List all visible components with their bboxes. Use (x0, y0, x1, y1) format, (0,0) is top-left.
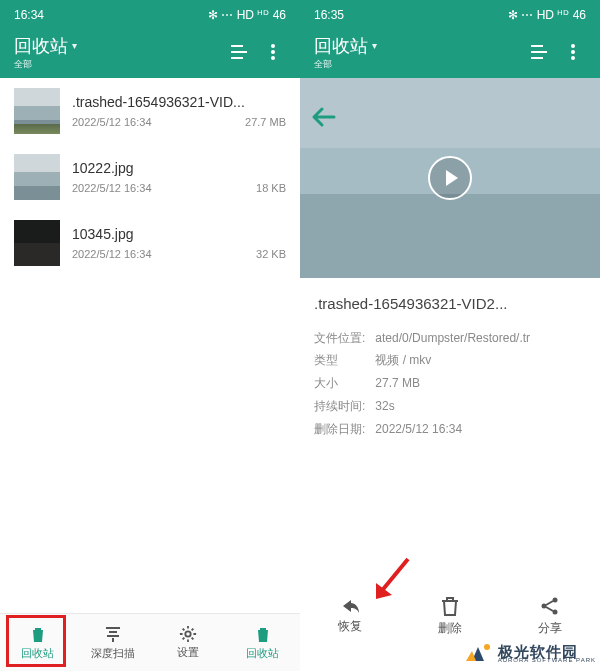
chevron-down-icon[interactable]: ▾ (72, 40, 77, 51)
file-name: .trashed-1654936321-VID... (72, 94, 286, 110)
bottom-nav: 回收站 深度扫描 设置 回收站 (0, 613, 300, 671)
svg-point-4 (571, 44, 575, 48)
nav-settings[interactable]: 设置 (150, 614, 225, 671)
share-button[interactable]: 分享 (538, 596, 562, 637)
watermark-sub: AURORA SOFTWARE PARK (498, 657, 596, 663)
label-size: 大小 (314, 372, 372, 395)
thumbnail-icon (14, 220, 60, 266)
fullscreen-icon[interactable] (522, 44, 556, 60)
label-deleted: 删除日期: (314, 418, 372, 441)
more-icon[interactable] (256, 44, 290, 60)
nav-label: 回收站 (246, 646, 279, 661)
header-subtitle: 全部 (14, 58, 32, 71)
thumbnail-icon (14, 154, 60, 200)
value-size: 27.7 MB (375, 376, 420, 390)
value-duration: 32s (375, 399, 394, 413)
status-time: 16:34 (14, 8, 44, 22)
label-location: 文件位置: (314, 327, 372, 350)
phone-left: 16:34 ✻ ⋯ HD ᴴᴰ 46 回收站 ▾ 全部 (0, 0, 300, 671)
video-preview[interactable] (300, 78, 600, 278)
file-size: 32 KB (256, 248, 286, 260)
file-list: .trashed-1654936321-VID... 2022/5/12 16:… (0, 78, 300, 613)
action-bar: 恢复 删除 分享 (300, 586, 600, 643)
status-icons: ✻ ⋯ HD ᴴᴰ 46 (208, 8, 286, 22)
action-label: 分享 (538, 620, 562, 637)
header-title[interactable]: 回收站 (14, 34, 68, 58)
header-title[interactable]: 回收站 (314, 34, 368, 58)
file-size: 27.7 MB (245, 116, 286, 128)
chevron-down-icon[interactable]: ▾ (372, 40, 377, 51)
phone-right: 16:35 ✻ ⋯ HD ᴴᴰ 46 回收站 ▾ 全部 (300, 0, 600, 671)
thumbnail-icon (14, 88, 60, 134)
more-icon[interactable] (556, 44, 590, 60)
app-header: 回收站 ▾ 全部 (0, 30, 300, 78)
logo-icon (464, 641, 492, 665)
svg-point-0 (271, 44, 275, 48)
list-item[interactable]: .trashed-1654936321-VID... 2022/5/12 16:… (0, 78, 300, 144)
fullscreen-icon[interactable] (222, 44, 256, 60)
list-item[interactable]: 10222.jpg 2022/5/12 16:34 18 KB (0, 144, 300, 210)
red-arrow-icon (370, 555, 414, 603)
status-bar: 16:34 ✻ ⋯ HD ᴴᴰ 46 (0, 0, 300, 30)
value-deleted: 2022/5/12 16:34 (375, 422, 462, 436)
watermark: 极光软件园 AURORA SOFTWARE PARK (464, 641, 596, 665)
nav-recycle-bin[interactable]: 回收站 (0, 614, 75, 671)
svg-point-5 (571, 50, 575, 54)
svg-point-2 (271, 56, 275, 60)
nav-label: 深度扫描 (91, 646, 135, 661)
file-size: 18 KB (256, 182, 286, 194)
back-arrow-icon[interactable] (310, 106, 336, 132)
play-icon[interactable] (428, 156, 472, 200)
nav-label: 回收站 (21, 646, 54, 661)
status-bar: 16:35 ✻ ⋯ HD ᴴᴰ 46 (300, 0, 600, 30)
restore-button[interactable]: 恢复 (338, 596, 362, 637)
detail-title: .trashed-1654936321-VID2... (314, 290, 586, 319)
svg-point-10 (484, 644, 490, 650)
file-date: 2022/5/12 16:34 (72, 116, 152, 128)
value-type: 视频 / mkv (375, 353, 431, 367)
svg-point-3 (185, 631, 190, 636)
svg-point-6 (571, 56, 575, 60)
file-details: .trashed-1654936321-VID2... 文件位置: ated/0… (300, 278, 600, 452)
file-name: 10222.jpg (72, 160, 286, 176)
nav-label: 设置 (177, 645, 199, 660)
file-date: 2022/5/12 16:34 (72, 248, 152, 260)
app-header: 回收站 ▾ 全部 (300, 30, 600, 78)
label-type: 类型 (314, 349, 372, 372)
action-label: 删除 (438, 620, 462, 637)
status-icons: ✻ ⋯ HD ᴴᴰ 46 (508, 8, 586, 22)
file-name: 10345.jpg (72, 226, 286, 242)
header-subtitle: 全部 (314, 58, 332, 71)
nav-deep-scan[interactable]: 深度扫描 (75, 614, 150, 671)
nav-recycle-bin-2[interactable]: 回收站 (225, 614, 300, 671)
status-time: 16:35 (314, 8, 344, 22)
value-location: ated/0/Dumpster/Restored/.tr (375, 331, 530, 345)
svg-point-1 (271, 50, 275, 54)
action-label: 恢复 (338, 618, 362, 635)
list-item[interactable]: 10345.jpg 2022/5/12 16:34 32 KB (0, 210, 300, 276)
label-duration: 持续时间: (314, 395, 372, 418)
file-date: 2022/5/12 16:34 (72, 182, 152, 194)
delete-button[interactable]: 删除 (438, 596, 462, 637)
